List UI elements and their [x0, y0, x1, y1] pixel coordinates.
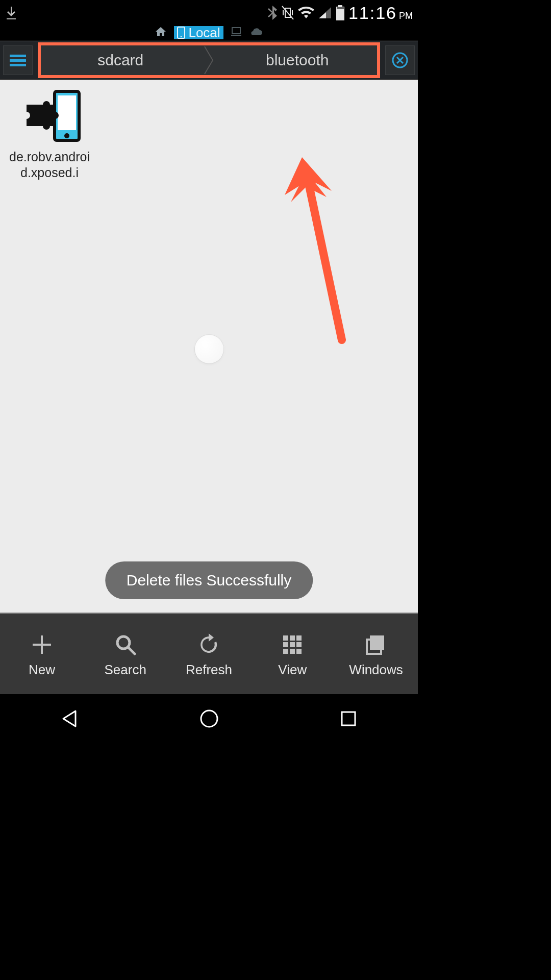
home-icon[interactable]	[155, 26, 167, 39]
android-nav	[0, 694, 418, 743]
breadcrumb-highlight: sdcard bluetooth	[38, 42, 380, 78]
nav-home[interactable]	[179, 703, 240, 734]
apk-icon	[6, 86, 93, 147]
bottom-toolbar: New Search Refresh View Windows	[0, 612, 418, 694]
plus-icon	[30, 630, 54, 659]
status-time: 11:16	[348, 3, 397, 22]
svg-rect-0	[7, 18, 16, 19]
svg-rect-9	[10, 59, 26, 62]
file-grid[interactable]: de.robv.android.xposed.i Delete files Su…	[0, 80, 418, 612]
svg-rect-17	[283, 635, 288, 641]
breadcrumb: sdcard bluetooth	[41, 45, 377, 75]
svg-rect-8	[10, 55, 26, 57]
svg-rect-21	[290, 642, 295, 647]
svg-rect-29	[342, 712, 355, 725]
status-right: 11:16PM	[267, 3, 413, 23]
nav-back[interactable]	[39, 703, 101, 734]
vibrate-icon	[281, 5, 294, 20]
svg-rect-6	[232, 28, 240, 34]
loading-indicator	[195, 335, 223, 363]
file-label: de.robv.android.xposed.i	[6, 149, 93, 181]
breadcrumb-item-bluetooth[interactable]: bluetooth	[218, 45, 378, 75]
svg-rect-19	[296, 635, 302, 641]
phone-icon	[177, 27, 185, 39]
menu-button[interactable]	[3, 45, 33, 75]
battery-icon	[335, 5, 345, 21]
svg-rect-20	[283, 642, 288, 647]
bottom-search[interactable]: Search	[84, 630, 167, 678]
bluetooth-icon	[267, 5, 278, 21]
source-tabs: Local	[0, 26, 418, 41]
svg-rect-25	[296, 649, 302, 654]
refresh-icon	[196, 630, 221, 659]
signal-icon	[318, 6, 332, 19]
bottom-label: Refresh	[186, 662, 232, 678]
svg-rect-13	[58, 95, 76, 130]
file-item[interactable]: de.robv.android.xposed.i	[6, 86, 93, 181]
nav-recents[interactable]	[318, 703, 379, 734]
bottom-label: Search	[105, 662, 146, 678]
breadcrumb-item-sdcard[interactable]: sdcard	[41, 45, 201, 75]
svg-point-28	[201, 710, 217, 727]
bottom-label: Windows	[349, 662, 403, 678]
toolbar: sdcard bluetooth	[0, 41, 418, 80]
chevron-right-icon	[201, 45, 218, 75]
windows-icon	[364, 630, 388, 659]
breadcrumb-label: sdcard	[97, 52, 143, 69]
toast: Delete files Successfully	[105, 561, 313, 599]
breadcrumb-label: bluetooth	[266, 52, 329, 69]
status-clock: 11:16PM	[348, 3, 413, 23]
status-bar: 11:16PM	[0, 0, 418, 26]
svg-rect-7	[231, 35, 241, 36]
toast-text: Delete files Successfully	[127, 572, 291, 589]
annotation-arrow	[276, 151, 367, 355]
svg-rect-23	[283, 649, 288, 654]
svg-rect-2	[338, 5, 342, 7]
svg-point-5	[181, 36, 182, 38]
device-icon[interactable]	[231, 26, 242, 39]
svg-point-14	[64, 133, 69, 138]
bottom-view[interactable]: View	[251, 630, 334, 678]
back-icon	[60, 709, 80, 728]
svg-rect-24	[290, 649, 295, 654]
wifi-icon	[297, 6, 315, 19]
tab-local-label: Local	[188, 25, 220, 41]
bottom-new[interactable]: New	[0, 630, 84, 678]
bottom-refresh[interactable]: Refresh	[167, 630, 251, 678]
circle-icon	[199, 708, 219, 729]
square-icon	[340, 710, 357, 727]
status-left	[5, 5, 17, 20]
bottom-windows[interactable]: Windows	[334, 630, 418, 678]
svg-rect-10	[10, 64, 26, 66]
tab-local[interactable]: Local	[174, 26, 223, 39]
bottom-label: New	[29, 662, 55, 678]
grid-icon	[280, 630, 305, 659]
svg-marker-15	[285, 157, 332, 195]
download-icon	[5, 5, 17, 20]
svg-rect-18	[290, 635, 295, 641]
svg-rect-22	[296, 642, 302, 647]
hamburger-icon	[9, 53, 27, 67]
search-icon	[113, 630, 138, 659]
svg-rect-3	[337, 7, 344, 9]
cloud-icon[interactable]	[249, 27, 263, 38]
bottom-label: View	[278, 662, 307, 678]
close-icon	[391, 51, 409, 69]
status-ampm: PM	[399, 11, 413, 21]
close-button[interactable]	[385, 45, 415, 75]
